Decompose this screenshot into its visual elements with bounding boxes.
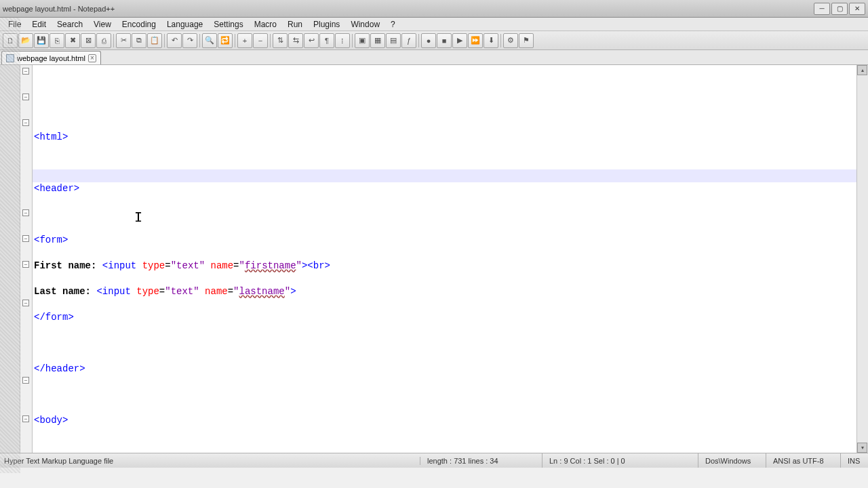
extra2-icon[interactable]: ⚑ xyxy=(519,33,534,48)
menu-window[interactable]: Window xyxy=(345,18,385,30)
statusbar: Hyper Text Markup Language file length :… xyxy=(0,453,868,468)
toolbar-separator xyxy=(352,34,353,47)
open-file-icon[interactable]: 📂 xyxy=(18,33,33,48)
cut-icon[interactable]: ✂ xyxy=(116,33,131,48)
save-macro-icon[interactable]: ⬇ xyxy=(484,33,498,48)
scroll-down-icon[interactable]: ▾ xyxy=(857,443,867,453)
vertical-scrollbar[interactable]: ▴ ▾ xyxy=(856,65,868,453)
toolbar-separator xyxy=(199,34,200,47)
close-all-icon[interactable]: ⊠ xyxy=(81,33,96,48)
fold-icon[interactable]: ▣ xyxy=(355,33,370,48)
toolbar-separator xyxy=(418,34,419,47)
toolbar: 🗋 📂 💾 ⎘ ✖ ⊠ ⎙ ✂ ⧉ 📋 ↶ ↷ 🔍 🔁 + − ⇅ ⇆ ↩ ¶ … xyxy=(0,31,868,50)
status-length: length : 731 lines : 34 xyxy=(420,453,542,468)
fold-gutter[interactable]: − − − − − − − − − xyxy=(20,65,33,453)
fold-toggle[interactable]: − xyxy=(22,377,29,384)
stop-macro-icon[interactable]: ■ xyxy=(437,33,452,48)
editor[interactable]: − − − − − − − − − I <html> <header> <for… xyxy=(0,65,868,453)
menu-encoding[interactable]: Encoding xyxy=(117,18,161,30)
doc-map-icon[interactable]: ▤ xyxy=(386,33,401,48)
toolbar-separator xyxy=(270,34,271,47)
wrap-icon[interactable]: ↩ xyxy=(304,33,319,48)
zoom-in-icon[interactable]: + xyxy=(237,33,252,48)
scroll-up-icon[interactable]: ▴ xyxy=(857,65,867,75)
extra1-icon[interactable]: ⚙ xyxy=(503,33,518,48)
save-all-icon[interactable]: ⎘ xyxy=(50,33,64,48)
fold-toggle[interactable]: − xyxy=(22,68,29,75)
file-icon xyxy=(6,54,14,62)
close-file-icon[interactable]: ✖ xyxy=(65,33,80,48)
undo-icon[interactable]: ↶ xyxy=(167,33,182,48)
record-macro-icon[interactable]: ● xyxy=(421,33,436,48)
line-number-gutter xyxy=(0,65,20,453)
titlebar: webpage layout.html - Notepad++ ─ ▢ ✕ xyxy=(0,0,868,18)
fold-toggle[interactable]: − xyxy=(22,415,29,422)
menu-search[interactable]: Search xyxy=(52,18,88,30)
paste-icon[interactable]: 📋 xyxy=(147,33,162,48)
unfold-icon[interactable]: ▦ xyxy=(370,33,385,48)
toolbar-separator xyxy=(113,34,114,47)
play-multi-icon[interactable]: ⏩ xyxy=(468,33,483,48)
toolbar-separator xyxy=(500,34,501,47)
fold-toggle[interactable]: − xyxy=(22,261,29,268)
redo-icon[interactable]: ↷ xyxy=(182,33,197,48)
show-all-chars-icon[interactable]: ¶ xyxy=(319,33,334,48)
new-file-icon[interactable]: 🗋 xyxy=(3,33,18,48)
sync-v-icon[interactable]: ⇅ xyxy=(273,33,288,48)
menu-language[interactable]: Language xyxy=(161,18,208,30)
fold-toggle[interactable]: − xyxy=(22,300,29,306)
code-content[interactable]: <html> <header> <form> First name: <inpu… xyxy=(34,118,856,453)
minimize-button[interactable]: ─ xyxy=(814,3,830,15)
maximize-button[interactable]: ▢ xyxy=(831,3,848,15)
sync-h-icon[interactable]: ⇆ xyxy=(288,33,303,48)
menubar: File Edit Search View Encoding Language … xyxy=(0,18,868,31)
toolbar-separator xyxy=(164,34,165,47)
tab-label: webpage layout.html xyxy=(17,54,85,62)
menu-edit[interactable]: Edit xyxy=(26,18,52,30)
tabbar: webpage layout.html × xyxy=(0,50,868,65)
tab-close-icon[interactable]: × xyxy=(88,54,96,62)
status-eol: Dos\Windows xyxy=(698,453,766,468)
menu-file[interactable]: File xyxy=(3,18,26,30)
find-icon[interactable]: 🔍 xyxy=(202,33,217,48)
menu-macro[interactable]: Macro xyxy=(249,18,282,30)
close-button[interactable]: ✕ xyxy=(849,3,865,15)
menu-help[interactable]: ? xyxy=(385,18,401,30)
status-encoding: ANSI as UTF-8 xyxy=(766,453,841,468)
replace-icon[interactable]: 🔁 xyxy=(218,33,233,48)
func-list-icon[interactable]: ƒ xyxy=(401,33,416,48)
toolbar-separator xyxy=(235,34,235,47)
window-title: webpage layout.html - Notepad++ xyxy=(3,5,814,13)
status-position: Ln : 9 Col : 1 Sel : 0 | 0 xyxy=(542,453,698,468)
fold-toggle[interactable]: − xyxy=(22,209,29,216)
menu-run[interactable]: Run xyxy=(282,18,308,30)
fold-toggle[interactable]: − xyxy=(22,119,29,126)
fold-toggle[interactable]: − xyxy=(22,94,29,100)
fold-toggle[interactable]: − xyxy=(22,235,29,242)
status-filetype: Hyper Text Markup Language file xyxy=(0,457,420,465)
zoom-out-icon[interactable]: − xyxy=(253,33,268,48)
menu-plugins[interactable]: Plugins xyxy=(308,18,345,30)
indent-guide-icon[interactable]: ⫶ xyxy=(335,33,350,48)
status-insert-mode: INS xyxy=(841,453,868,468)
play-macro-icon[interactable]: ▶ xyxy=(452,33,467,48)
menu-view[interactable]: View xyxy=(88,18,117,30)
print-icon[interactable]: ⎙ xyxy=(96,33,111,48)
menu-settings[interactable]: Settings xyxy=(208,18,248,30)
copy-icon[interactable]: ⧉ xyxy=(132,33,146,48)
file-tab[interactable]: webpage layout.html × xyxy=(1,51,101,64)
save-icon[interactable]: 💾 xyxy=(34,33,49,48)
